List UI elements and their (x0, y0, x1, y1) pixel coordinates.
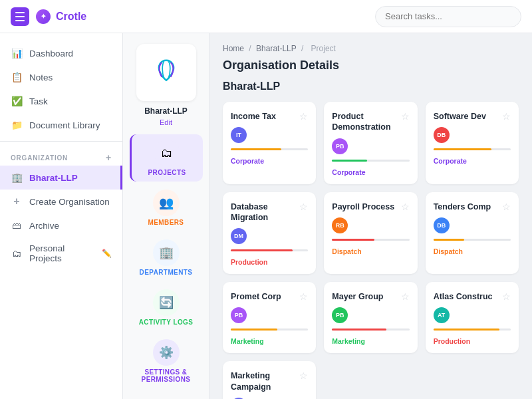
avatar-row: PB (231, 307, 308, 323)
project-card-income-tax[interactable]: Income Tax ☆ IT Corporate (223, 102, 316, 184)
breadcrumb-org[interactable]: Bharat-LLP (256, 44, 297, 53)
nav-pill-members[interactable]: 👥 MEMBERS (130, 184, 203, 231)
search-input[interactable] (375, 6, 521, 27)
breadcrumb-current: Project (311, 44, 336, 53)
hamburger-menu[interactable] (11, 7, 29, 26)
star-icon[interactable]: ☆ (502, 291, 511, 302)
project-card-promet-corp[interactable]: Promet Corp ☆ PB Marketing (223, 282, 316, 353)
star-icon[interactable]: ☆ (401, 201, 410, 212)
avatar: IT (231, 127, 247, 143)
star-icon[interactable]: ☆ (299, 370, 308, 381)
progress-bar (434, 329, 499, 331)
settings-icon: ⚙️ (153, 339, 180, 366)
card-title: Income Tax (231, 111, 276, 122)
project-card-tenders-comp[interactable]: Tenders Comp ☆ DB Dispatch (426, 192, 519, 275)
nav-pill-activity-logs[interactable]: 🔄 ACTIVITY LOGS (130, 284, 203, 331)
card-header: Mayer Group ☆ (332, 291, 409, 302)
card-header: Promet Corp ☆ (231, 291, 308, 302)
sidebar-item-archive[interactable]: 🗃 Archive (0, 213, 122, 237)
sidebar-item-document-library[interactable]: 📁 Document Library (0, 113, 122, 137)
star-icon[interactable]: ☆ (299, 291, 308, 302)
app-logo: Crotle (36, 9, 86, 24)
sidebar-item-task[interactable]: ✅ Task (0, 89, 122, 113)
card-header: Marketing Campaign ☆ (231, 370, 308, 392)
archive-icon: 🗃 (11, 219, 23, 231)
avatar: DM (231, 228, 247, 244)
personal-projects-icon: 🗂 (11, 247, 23, 259)
star-icon[interactable]: ☆ (502, 111, 511, 122)
project-grid: Income Tax ☆ IT Corporate Product Demons… (223, 102, 519, 399)
sidebar-item-personal-projects[interactable]: 🗂 Personal Projects ✏️ (0, 237, 122, 269)
nav-pill-settings[interactable]: ⚙️ SETTINGS & PERMISSIONS (130, 334, 203, 388)
card-header: Income Tax ☆ (231, 111, 308, 122)
card-tag: Production (231, 258, 267, 266)
notes-icon: 📋 (11, 71, 23, 83)
progress-bar-container (231, 249, 308, 251)
avatar-row: DB (434, 217, 511, 233)
page-title: Organisation Details (223, 59, 519, 72)
card-tag: Dispatch (332, 247, 361, 255)
card-title: Mayer Group (332, 291, 383, 302)
progress-bar (332, 239, 374, 241)
members-icon: 👥 (153, 190, 180, 216)
avatar-row: PB (332, 138, 409, 154)
project-card-marketing-campaign[interactable]: Marketing Campaign ☆ MC Marketing (223, 361, 316, 399)
progress-bar (434, 239, 465, 241)
star-icon[interactable]: ☆ (299, 111, 308, 122)
project-card-payroll-process[interactable]: Payroll Process ☆ RB Dispatch (324, 192, 417, 275)
star-icon[interactable]: ☆ (401, 111, 410, 122)
progress-bar-container (434, 148, 511, 150)
sidebar: 📊 Dashboard 📋 Notes ✅ Task 📁 Document Li… (0, 33, 123, 399)
departments-icon: 🏢 (153, 239, 180, 266)
progress-bar-container (332, 239, 409, 241)
project-card-product-demo[interactable]: Product Demonstration ☆ PB Corporate (324, 102, 417, 184)
avatar-row: IT (231, 127, 308, 143)
card-tag: Corporate (434, 157, 467, 165)
project-card-mayer-group[interactable]: Mayer Group ☆ PB Marketing (324, 282, 417, 353)
progress-bar-container (332, 329, 409, 331)
org-logo-box (136, 44, 196, 101)
sidebar-item-dashboard[interactable]: 📊 Dashboard (0, 41, 122, 65)
middle-panel: Bharat-LLP Edit 🗂 PROJECTS 👥 MEMBERS 🏢 D… (123, 33, 209, 399)
card-tag: Marketing (332, 337, 365, 345)
card-title: Marketing Campaign (231, 370, 299, 392)
sidebar-item-notes[interactable]: 📋 Notes (0, 65, 122, 89)
nav-pill-projects[interactable]: 🗂 PROJECTS (130, 134, 203, 182)
nav-pill-departments[interactable]: 🏢 DEPARTMENTS (130, 234, 203, 281)
avatar-row: RB (332, 217, 409, 233)
star-icon[interactable]: ☆ (401, 291, 410, 302)
card-title: Software Dev (434, 111, 486, 122)
star-icon[interactable]: ☆ (502, 201, 511, 212)
progress-bar (231, 148, 281, 150)
avatar: DB (434, 217, 450, 233)
project-card-atlas-construc[interactable]: Atlas Construc ☆ AT Production (426, 282, 519, 353)
sidebar-item-create-org[interactable]: + Create Organisation (0, 190, 122, 213)
content-area: Home / Bharat-LLP / Project Organisation… (209, 33, 532, 399)
progress-bar-container (434, 239, 511, 241)
avatar-row: DM (231, 228, 308, 244)
card-tag: Marketing (231, 337, 264, 345)
card-header: Atlas Construc ☆ (434, 291, 511, 302)
progress-bar-container (231, 148, 308, 150)
card-tag: Dispatch (434, 247, 463, 255)
org-edit-link[interactable]: Edit (160, 118, 172, 126)
org-icon: 🏢 (11, 172, 23, 184)
sidebar-item-bharat-llp[interactable]: 🏢 Bharat-LLP (0, 166, 122, 190)
projects-icon: 🗂 (154, 140, 180, 166)
progress-bar (231, 329, 277, 331)
edit-personal-icon[interactable]: ✏️ (102, 249, 112, 258)
progress-bar-container (231, 329, 308, 331)
org-section-title: Bharat-LLP (223, 80, 519, 92)
avatar: AT (434, 307, 450, 323)
add-org-icon[interactable]: + (106, 152, 112, 163)
star-icon[interactable]: ☆ (299, 201, 308, 212)
project-card-software-dev[interactable]: Software Dev ☆ DB Corporate (426, 102, 519, 184)
topbar: Crotle (0, 0, 532, 33)
card-header: Tenders Comp ☆ (434, 201, 511, 212)
avatar-row: PB (332, 307, 409, 323)
breadcrumb-home[interactable]: Home (223, 44, 244, 53)
avatar: RB (332, 217, 348, 233)
project-card-database-migration[interactable]: Database Migration ☆ DM Production (223, 192, 316, 275)
card-tag: Corporate (332, 168, 365, 176)
card-header: Software Dev ☆ (434, 111, 511, 122)
